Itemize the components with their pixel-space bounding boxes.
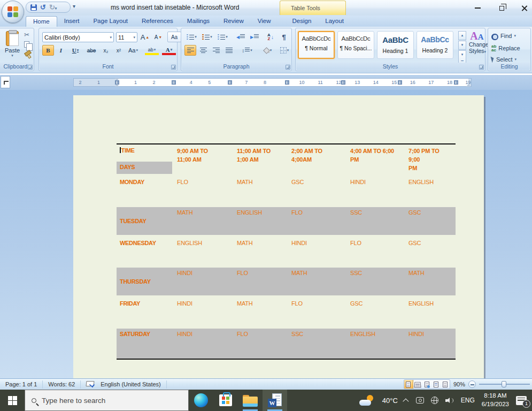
borders-button[interactable]: ▾: [276, 45, 292, 56]
subject-cell[interactable]: FLO: [287, 295, 345, 329]
font-name-combo[interactable]: Calibri (Body)▾: [42, 32, 114, 42]
first-line-indent-marker[interactable]: [115, 78, 119, 81]
subject-cell[interactable]: FLO: [232, 329, 287, 359]
subject-cell[interactable]: MATH: [232, 295, 287, 329]
taskbar-word-icon[interactable]: W: [263, 390, 287, 411]
subject-cell[interactable]: FLO: [345, 235, 404, 268]
table-row-thursday[interactable]: THURSDAYHINDIFLOMATHSSCMATH: [117, 268, 456, 295]
table-column-marker-icon[interactable]: [341, 80, 345, 85]
tab-home[interactable]: Home: [26, 16, 57, 27]
styles-scroll-up-icon[interactable]: ▲: [458, 31, 466, 40]
table-days-cell[interactable]: DAYS: [117, 162, 172, 174]
tab-insert[interactable]: Insert: [57, 16, 87, 27]
sort-button[interactable]: AZ↓: [264, 32, 277, 42]
right-indent-marker[interactable]: [466, 84, 471, 87]
multilevel-list-button[interactable]: ▾: [215, 32, 230, 42]
change-styles-button[interactable]: AA Change Styles▾: [469, 31, 485, 64]
redo-icon[interactable]: ↻▾: [49, 4, 57, 11]
zoom-slider-handle[interactable]: [502, 381, 506, 387]
bullets-button[interactable]: ▾: [184, 32, 199, 42]
cut-icon[interactable]: ✂: [24, 32, 30, 38]
restore-button[interactable]: [494, 3, 510, 13]
subject-cell[interactable]: ENGLISH: [345, 329, 404, 359]
numbering-button[interactable]: ▾: [200, 32, 214, 42]
align-right-button[interactable]: [210, 45, 222, 56]
subject-cell[interactable]: HINDI: [345, 174, 404, 207]
subject-cell[interactable]: MATH: [232, 235, 287, 268]
document-page[interactable]: TIME 9;00 AM TO11;00 AM11;00 AM TO1;00 A…: [73, 95, 484, 378]
word-count[interactable]: Words: 62: [43, 380, 81, 389]
clock[interactable]: 8:18 AM 6/19/2023: [482, 392, 509, 408]
timetable[interactable]: TIME 9;00 AM TO11;00 AM11;00 AM TO1;00 A…: [117, 143, 456, 360]
outline-view-button[interactable]: [431, 380, 441, 389]
subject-cell[interactable]: MATH: [232, 174, 287, 207]
table-row-tuesday[interactable]: TUESDAYMATHENGLISHFLOSSCGSC: [117, 207, 456, 235]
search-input[interactable]: [42, 397, 170, 405]
customize-quick-access-icon[interactable]: ▾: [73, 3, 75, 9]
language-indicator[interactable]: English (United States): [95, 380, 167, 389]
table-column-marker-icon[interactable]: [285, 80, 289, 85]
undo-icon[interactable]: ↺: [40, 4, 46, 11]
web-layout-view-button[interactable]: [422, 380, 431, 389]
subject-cell[interactable]: HINDI: [404, 329, 456, 359]
subject-cell[interactable]: HINDI: [287, 235, 345, 268]
subject-cell[interactable]: FLO: [287, 207, 345, 235]
paste-button[interactable]: Paste ▾: [2, 31, 23, 63]
taskbar-explorer-icon[interactable]: [238, 390, 263, 411]
subject-cell[interactable]: ENGLISH: [404, 295, 456, 329]
tab-page-layout[interactable]: Page Layout: [86, 16, 135, 27]
increase-indent-button[interactable]: ▶: [248, 32, 261, 42]
subject-cell[interactable]: SSC: [345, 207, 404, 235]
draft-view-button[interactable]: [441, 380, 450, 389]
style-tile--normal[interactable]: AaBbCcDc¶ Normal: [298, 31, 335, 59]
tab-view[interactable]: View: [251, 16, 278, 27]
clear-formatting-button[interactable]: Aa: [167, 32, 181, 42]
select-button[interactable]: Select▾: [491, 56, 516, 63]
style-tile-heading-1[interactable]: AaBbCHeading 1: [377, 31, 414, 59]
tab-design[interactable]: Design: [285, 16, 318, 27]
table-days-row[interactable]: DAYS: [117, 162, 456, 174]
minimize-button[interactable]: [469, 3, 485, 13]
tray-expand-icon[interactable]: [403, 398, 408, 404]
subject-cell[interactable]: ENGLISH: [172, 235, 232, 268]
tab-stop-selector[interactable]: [1, 76, 10, 88]
spell-check-status[interactable]: [81, 380, 95, 389]
clipboard-dialog-launcher[interactable]: [28, 65, 33, 70]
zoom-slider[interactable]: [479, 384, 530, 385]
day-cell[interactable]: MONDAY: [117, 174, 172, 207]
horizontal-ruler[interactable]: 2112457810111213141516171819: [73, 78, 472, 87]
tab-mailings[interactable]: Mailings: [180, 16, 217, 27]
styles-dialog-launcher[interactable]: [479, 65, 484, 70]
shading-button[interactable]: ▾: [259, 45, 275, 56]
page-indicator[interactable]: Page: 1 of 1: [0, 380, 43, 389]
format-painter-icon[interactable]: [24, 51, 30, 57]
tab-references[interactable]: References: [135, 16, 180, 27]
table-column-marker-icon[interactable]: [172, 80, 176, 85]
taskbar-edge-icon[interactable]: [189, 390, 213, 411]
table-column-marker-icon[interactable]: [228, 80, 232, 85]
day-cell[interactable]: TUESDAY: [117, 207, 172, 235]
table-column-marker-icon[interactable]: [454, 80, 458, 85]
network-icon[interactable]: [431, 397, 438, 404]
highlight-color-button[interactable]: ab▾: [144, 45, 160, 56]
subscript-button[interactable]: x₂: [100, 45, 112, 56]
table-column-marker-icon[interactable]: [398, 80, 402, 85]
align-center-button[interactable]: [197, 45, 209, 56]
table-header-row[interactable]: TIME 9;00 AM TO11;00 AM11;00 AM TO1;00 A…: [117, 144, 456, 162]
font-color-button[interactable]: A▾: [161, 45, 177, 56]
subject-cell[interactable]: FLO: [172, 174, 232, 207]
table-row-saturday[interactable]: SATURDAYHINDIFLOSSCENGLISHHINDI: [117, 329, 456, 360]
taskbar-store-icon[interactable]: [213, 390, 238, 411]
save-icon[interactable]: [30, 4, 37, 11]
font-dialog-launcher[interactable]: [171, 65, 176, 70]
subject-cell[interactable]: SSC: [345, 268, 404, 295]
subject-cell[interactable]: GSC: [404, 207, 456, 235]
paste-dropdown-icon[interactable]: ▾: [2, 54, 23, 58]
start-button[interactable]: [0, 390, 25, 411]
styles-scroll-down-icon[interactable]: ▼: [458, 41, 466, 50]
day-cell[interactable]: WEDNESDAY: [117, 235, 172, 268]
justify-button[interactable]: [223, 45, 235, 56]
print-layout-view-button[interactable]: [404, 380, 413, 389]
input-language[interactable]: ENG: [461, 397, 475, 404]
volume-icon[interactable]: [445, 397, 454, 404]
